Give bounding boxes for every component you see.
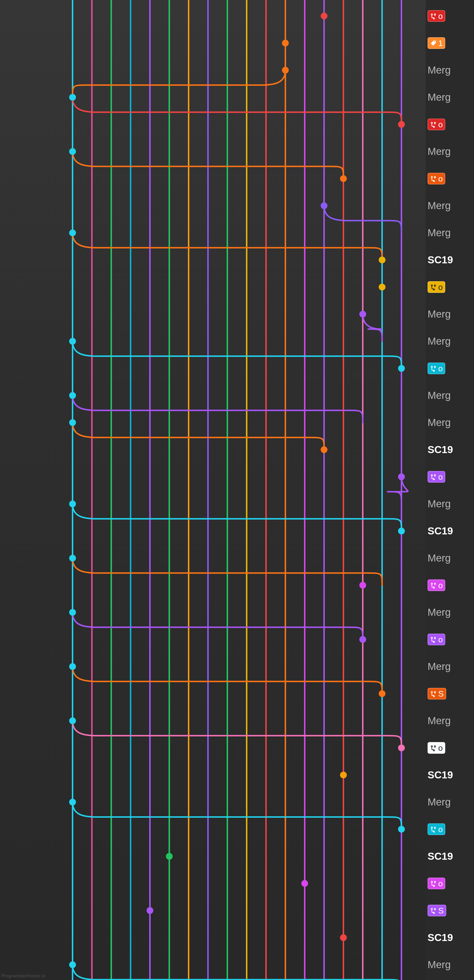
commit-dot[interactable] — [359, 311, 366, 318]
merge-curve — [73, 721, 401, 748]
commit-dot[interactable] — [69, 663, 76, 670]
commit-dot[interactable] — [69, 718, 76, 724]
commit-dot[interactable] — [69, 799, 76, 805]
branch-badge[interactable]: o — [428, 742, 445, 754]
commit-message: SC19 — [428, 932, 453, 943]
commit-dot[interactable] — [69, 338, 76, 345]
commit-row[interactable]: o — [426, 463, 474, 490]
commit-dot[interactable] — [69, 419, 76, 426]
commit-row[interactable]: o — [426, 274, 474, 301]
branch-badge[interactable]: o — [428, 119, 445, 130]
commit-row[interactable]: SC19 — [426, 436, 474, 463]
commit-message: Merg — [428, 959, 451, 970]
commit-row[interactable]: o — [426, 355, 474, 382]
commit-dot[interactable] — [359, 582, 366, 589]
commit-row[interactable]: S — [426, 680, 474, 707]
commit-dot[interactable] — [147, 907, 153, 914]
branch-label: o — [438, 364, 443, 373]
commit-row[interactable]: SC19 — [426, 247, 474, 274]
commit-row[interactable]: o — [426, 870, 474, 897]
commit-dot[interactable] — [379, 690, 385, 697]
commit-row[interactable]: Merg — [426, 57, 474, 84]
tag-badge[interactable]: 1 — [428, 37, 445, 49]
branch-badge[interactable]: o — [428, 823, 445, 835]
commit-row[interactable]: Merg — [426, 544, 474, 572]
commit-row[interactable]: Merg — [426, 219, 474, 247]
commit-dot[interactable] — [398, 121, 405, 128]
commit-row[interactable]: o — [426, 572, 474, 599]
commit-dot[interactable] — [69, 555, 76, 562]
commit-dot[interactable] — [398, 473, 405, 480]
commit-message: Merg — [428, 91, 451, 103]
commit-row[interactable]: Merg — [426, 653, 474, 680]
commit-message: Merg — [428, 796, 451, 808]
commit-dot[interactable] — [398, 826, 405, 833]
commit-row[interactable]: Merg — [426, 382, 474, 409]
branch-label: o — [438, 120, 443, 129]
commit-dot[interactable] — [69, 501, 76, 507]
commit-row[interactable]: SC19 — [426, 924, 474, 951]
branch-badge[interactable]: o — [428, 471, 445, 483]
commit-dot[interactable] — [69, 94, 76, 101]
merge-curve — [73, 965, 401, 980]
commit-row[interactable]: o — [426, 734, 474, 762]
branch-badge[interactable]: o — [428, 878, 445, 889]
branch-icon — [430, 745, 437, 751]
commit-row[interactable]: Merg — [426, 599, 474, 626]
commit-message: Merg — [428, 715, 451, 727]
commit-dot[interactable] — [359, 636, 366, 643]
commit-dot[interactable] — [398, 745, 405, 751]
commit-row[interactable]: o — [426, 626, 474, 653]
branch-icon — [430, 690, 437, 697]
commit-row[interactable]: Merg — [426, 409, 474, 436]
commit-row[interactable]: o — [426, 111, 474, 138]
commit-message: Merg — [428, 552, 451, 564]
commit-dot[interactable] — [321, 446, 327, 453]
commit-dot[interactable] — [398, 365, 405, 372]
commit-dot[interactable] — [69, 229, 76, 236]
commit-dot[interactable] — [282, 40, 289, 46]
commit-dot[interactable] — [69, 609, 76, 616]
branch-badge[interactable]: S — [428, 905, 446, 916]
commit-dot[interactable] — [69, 392, 76, 399]
branch-badge[interactable]: o — [428, 173, 445, 185]
branch-badge[interactable]: o — [428, 634, 445, 645]
commit-row[interactable]: Merg — [426, 192, 474, 219]
commit-dot[interactable] — [321, 13, 327, 19]
commit-row[interactable]: 1 — [426, 30, 474, 57]
branch-icon — [430, 473, 437, 480]
commit-row[interactable]: Merg — [426, 301, 474, 328]
commit-row[interactable]: S — [426, 897, 474, 924]
commit-row[interactable]: Merg — [426, 951, 474, 978]
branch-icon — [430, 582, 437, 589]
branch-badge[interactable]: S — [428, 688, 446, 700]
commit-dot[interactable] — [321, 202, 327, 209]
commit-dot[interactable] — [340, 772, 347, 778]
commit-row[interactable]: o — [426, 165, 474, 192]
commit-row[interactable]: Merg — [426, 328, 474, 355]
commit-row[interactable]: SC19 — [426, 517, 474, 544]
commit-row[interactable]: Merg — [426, 490, 474, 517]
commit-row[interactable]: SC19 — [426, 762, 474, 789]
branch-badge[interactable]: o — [428, 281, 445, 293]
commit-dot[interactable] — [340, 175, 347, 182]
commit-row[interactable]: SC19 — [426, 843, 474, 870]
commit-dot[interactable] — [166, 853, 173, 860]
commit-row[interactable]: Merg — [426, 789, 474, 816]
commit-dot[interactable] — [379, 284, 385, 290]
commit-dot[interactable] — [282, 67, 289, 73]
commit-row[interactable]: o — [426, 2, 474, 30]
branch-badge[interactable]: o — [428, 10, 445, 22]
commit-dot[interactable] — [69, 148, 76, 155]
branch-badge[interactable]: o — [428, 363, 445, 374]
commit-dot[interactable] — [69, 961, 76, 968]
branch-badge[interactable]: o — [428, 579, 445, 591]
commit-row[interactable]: Merg — [426, 707, 474, 734]
commit-row[interactable]: o — [426, 816, 474, 843]
commit-dot[interactable] — [301, 880, 308, 887]
commit-row[interactable]: Merg — [426, 84, 474, 111]
commit-dot[interactable] — [398, 528, 405, 535]
commit-dot[interactable] — [340, 934, 347, 941]
commit-row[interactable]: Merg — [426, 138, 474, 165]
commit-dot[interactable] — [379, 256, 385, 263]
